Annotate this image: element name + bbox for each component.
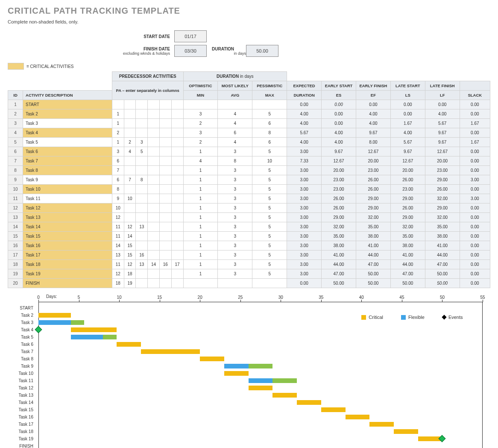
predecessor-cell[interactable] [136,185,148,194]
predecessor-cell[interactable] [171,232,183,241]
predecessor-cell[interactable] [171,109,183,119]
max-cell[interactable]: 5 [252,175,287,185]
predecessor-cell[interactable]: 2 [124,138,136,147]
predecessor-cell[interactable] [136,156,148,166]
min-cell[interactable]: 1 [183,269,218,279]
predecessor-cell[interactable]: 14 [148,260,160,269]
predecessor-cell[interactable]: 7 [124,175,136,185]
predecessor-cell[interactable]: 13 [136,260,148,269]
min-cell[interactable]: 1 [183,213,218,222]
predecessor-cell[interactable]: 3 [112,147,124,156]
predecessor-cell[interactable]: 6 [112,156,124,166]
min-cell[interactable]: 4 [183,156,218,166]
predecessor-cell[interactable]: 10 [124,194,136,203]
avg-cell[interactable]: 4 [218,109,252,119]
predecessor-cell[interactable]: 11 [112,222,124,232]
predecessor-cell[interactable] [148,128,160,138]
predecessor-cell[interactable] [136,232,148,241]
avg-cell[interactable]: 4 [218,119,252,128]
max-cell[interactable]: 6 [252,138,287,147]
predecessor-cell[interactable] [136,100,148,109]
min-cell[interactable]: 3 [183,109,218,119]
activity-cell[interactable]: Task 17 [23,251,112,260]
min-cell[interactable]: 1 [183,194,218,203]
min-cell[interactable]: 1 [183,166,218,175]
max-cell[interactable]: 5 [252,185,287,194]
predecessor-cell[interactable] [159,175,171,185]
predecessor-cell[interactable] [148,100,160,109]
predecessor-cell[interactable] [148,251,160,260]
predecessor-cell[interactable] [171,147,183,156]
predecessor-cell[interactable]: 10 [112,203,124,213]
avg-cell[interactable]: 3 [218,269,252,279]
predecessor-cell[interactable]: 11 [112,260,124,269]
predecessor-cell[interactable] [159,241,171,251]
activity-cell[interactable]: FINISH [23,279,112,288]
min-cell[interactable]: 1 [183,251,218,260]
predecessor-cell[interactable]: 9 [112,194,124,203]
predecessor-cell[interactable] [148,185,160,194]
activity-cell[interactable]: Task 9 [23,175,112,185]
min-cell[interactable]: 2 [183,119,218,128]
predecessor-cell[interactable] [159,251,171,260]
min-cell[interactable]: 1 [183,175,218,185]
avg-cell[interactable] [218,279,252,288]
min-cell[interactable]: 3 [183,128,218,138]
predecessor-cell[interactable] [136,279,148,288]
predecessor-cell[interactable] [171,194,183,203]
activity-cell[interactable]: Task 4 [23,128,112,138]
max-cell[interactable]: 5 [252,194,287,203]
avg-cell[interactable]: 3 [218,222,252,232]
min-cell[interactable]: 1 [183,185,218,194]
predecessor-cell[interactable] [171,222,183,232]
predecessor-cell[interactable] [136,213,148,222]
min-cell[interactable]: 1 [183,147,218,156]
activity-cell[interactable]: Task 5 [23,138,112,147]
predecessor-cell[interactable]: 17 [171,260,183,269]
predecessor-cell[interactable]: 19 [124,279,136,288]
predecessor-cell[interactable] [136,269,148,279]
predecessor-cell[interactable] [148,232,160,241]
predecessor-cell[interactable] [136,241,148,251]
activity-cell[interactable]: START [23,100,112,109]
avg-cell[interactable]: 3 [218,194,252,203]
predecessor-cell[interactable]: 16 [136,251,148,260]
predecessor-cell[interactable] [159,222,171,232]
max-cell[interactable] [252,279,287,288]
max-cell[interactable]: 5 [252,241,287,251]
predecessor-cell[interactable] [148,175,160,185]
predecessor-cell[interactable] [171,128,183,138]
predecessor-cell[interactable]: 7 [112,166,124,175]
predecessor-cell[interactable] [148,194,160,203]
predecessor-cell[interactable] [171,175,183,185]
predecessor-cell[interactable]: 11 [112,232,124,241]
avg-cell[interactable]: 3 [218,166,252,175]
predecessor-cell[interactable] [159,119,171,128]
activity-cell[interactable]: Task 19 [23,269,112,279]
avg-cell[interactable]: 3 [218,260,252,269]
predecessor-cell[interactable] [124,100,136,109]
avg-cell[interactable]: 6 [218,128,252,138]
min-cell[interactable]: 2 [183,138,218,147]
predecessor-cell[interactable]: 1 [112,138,124,147]
predecessor-cell[interactable]: 18 [124,269,136,279]
avg-cell[interactable]: 3 [218,232,252,241]
predecessor-cell[interactable]: 5 [136,147,148,156]
predecessor-cell[interactable] [124,156,136,166]
predecessor-cell[interactable] [124,203,136,213]
predecessor-cell[interactable] [171,100,183,109]
max-cell[interactable]: 5 [252,213,287,222]
predecessor-cell[interactable]: 18 [112,279,124,288]
predecessor-cell[interactable] [148,166,160,175]
predecessor-cell[interactable] [148,222,160,232]
predecessor-cell[interactable] [171,241,183,251]
predecessor-cell[interactable] [148,203,160,213]
predecessor-cell[interactable]: 16 [159,260,171,269]
predecessor-cell[interactable]: 3 [136,138,148,147]
predecessor-cell[interactable]: 13 [112,251,124,260]
predecessor-cell[interactable] [124,185,136,194]
activity-cell[interactable]: Task 6 [23,147,112,156]
predecessor-cell[interactable] [136,194,148,203]
predecessor-cell[interactable] [148,119,160,128]
predecessor-cell[interactable] [159,100,171,109]
